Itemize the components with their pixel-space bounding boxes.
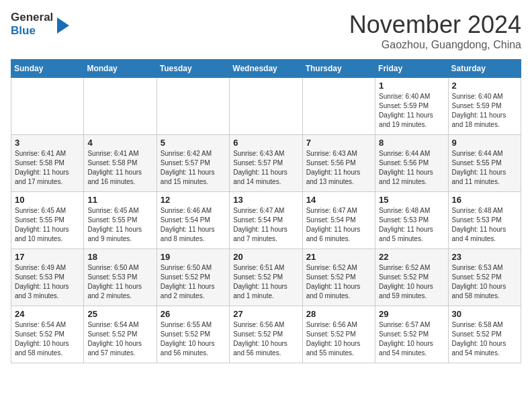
calendar-cell: 23Sunrise: 6:53 AM Sunset: 5:52 PM Dayli…: [448, 249, 521, 306]
day-info: Sunrise: 6:52 AM Sunset: 5:52 PM Dayligh…: [379, 263, 444, 301]
day-number: 18: [87, 252, 152, 262]
calendar-cell: [157, 78, 229, 135]
day-number: 5: [161, 138, 226, 148]
day-number: 7: [306, 138, 371, 148]
day-number: 29: [379, 309, 444, 319]
calendar-cell: 14Sunrise: 6:47 AM Sunset: 5:54 PM Dayli…: [302, 192, 375, 249]
calendar-cell: 19Sunrise: 6:50 AM Sunset: 5:52 PM Dayli…: [157, 249, 229, 306]
calendar-cell: 15Sunrise: 6:48 AM Sunset: 5:53 PM Dayli…: [375, 192, 448, 249]
calendar-cell: 4Sunrise: 6:41 AM Sunset: 5:58 PM Daylig…: [84, 135, 157, 192]
day-info: Sunrise: 6:41 AM Sunset: 5:58 PM Dayligh…: [87, 149, 152, 187]
calendar-cell: 17Sunrise: 6:49 AM Sunset: 5:53 PM Dayli…: [11, 249, 84, 306]
calendar-cell: [230, 78, 302, 135]
day-info: Sunrise: 6:44 AM Sunset: 5:55 PM Dayligh…: [452, 149, 517, 187]
day-info: Sunrise: 6:49 AM Sunset: 5:53 PM Dayligh…: [15, 263, 80, 301]
calendar-cell: 24Sunrise: 6:54 AM Sunset: 5:52 PM Dayli…: [11, 306, 84, 363]
calendar-body: 1Sunrise: 6:40 AM Sunset: 5:59 PM Daylig…: [11, 78, 521, 363]
month-title: November 2024: [349, 11, 521, 39]
day-number: 14: [306, 195, 371, 205]
calendar-cell: 25Sunrise: 6:54 AM Sunset: 5:52 PM Dayli…: [84, 306, 157, 363]
day-number: 8: [379, 138, 444, 148]
day-info: Sunrise: 6:57 AM Sunset: 5:52 PM Dayligh…: [379, 320, 444, 358]
day-info: Sunrise: 6:50 AM Sunset: 5:53 PM Dayligh…: [87, 263, 152, 301]
day-info: Sunrise: 6:42 AM Sunset: 5:57 PM Dayligh…: [161, 149, 226, 187]
weekday-header-sunday: Sunday: [11, 60, 84, 78]
weekday-header-tuesday: Tuesday: [157, 60, 229, 78]
day-number: 2: [452, 81, 517, 91]
calendar-cell: 2Sunrise: 6:40 AM Sunset: 5:59 PM Daylig…: [448, 78, 521, 135]
calendar-cell: 3Sunrise: 6:41 AM Sunset: 5:58 PM Daylig…: [11, 135, 84, 192]
weekday-header-wednesday: Wednesday: [230, 60, 302, 78]
calendar-cell: 16Sunrise: 6:48 AM Sunset: 5:53 PM Dayli…: [448, 192, 521, 249]
logo-blue: Blue: [11, 24, 53, 38]
day-info: Sunrise: 6:52 AM Sunset: 5:52 PM Dayligh…: [306, 263, 371, 301]
calendar-cell: 1Sunrise: 6:40 AM Sunset: 5:59 PM Daylig…: [375, 78, 448, 135]
calendar-cell: 27Sunrise: 6:56 AM Sunset: 5:52 PM Dayli…: [230, 306, 302, 363]
day-number: 4: [87, 138, 152, 148]
calendar-cell: 28Sunrise: 6:56 AM Sunset: 5:52 PM Dayli…: [302, 306, 375, 363]
calendar-cell: 12Sunrise: 6:46 AM Sunset: 5:54 PM Dayli…: [157, 192, 229, 249]
day-number: 13: [233, 195, 298, 205]
day-info: Sunrise: 6:46 AM Sunset: 5:54 PM Dayligh…: [161, 206, 226, 244]
day-number: 25: [87, 309, 152, 319]
weekday-header-saturday: Saturday: [448, 60, 521, 78]
day-number: 27: [233, 309, 298, 319]
day-info: Sunrise: 6:56 AM Sunset: 5:52 PM Dayligh…: [306, 320, 371, 358]
calendar-cell: 5Sunrise: 6:42 AM Sunset: 5:57 PM Daylig…: [157, 135, 229, 192]
day-info: Sunrise: 6:41 AM Sunset: 5:58 PM Dayligh…: [15, 149, 80, 187]
weekday-header-monday: Monday: [84, 60, 157, 78]
calendar-cell: 10Sunrise: 6:45 AM Sunset: 5:55 PM Dayli…: [11, 192, 84, 249]
title-area: November 2024 Gaozhou, Guangdong, China: [349, 11, 521, 51]
day-number: 9: [452, 138, 517, 148]
day-number: 6: [233, 138, 298, 148]
day-number: 1: [379, 81, 444, 91]
day-info: Sunrise: 6:43 AM Sunset: 5:56 PM Dayligh…: [306, 149, 371, 187]
day-number: 23: [452, 252, 517, 262]
day-info: Sunrise: 6:53 AM Sunset: 5:52 PM Dayligh…: [452, 263, 517, 301]
day-number: 19: [161, 252, 226, 262]
day-number: 3: [15, 138, 80, 148]
calendar-cell: 18Sunrise: 6:50 AM Sunset: 5:53 PM Dayli…: [84, 249, 157, 306]
day-info: Sunrise: 6:47 AM Sunset: 5:54 PM Dayligh…: [233, 206, 298, 244]
logo-general: General: [11, 11, 53, 24]
day-number: 17: [15, 252, 80, 262]
logo: General Blue: [11, 11, 69, 38]
calendar-cell: 29Sunrise: 6:57 AM Sunset: 5:52 PM Dayli…: [375, 306, 448, 363]
calendar-cell: 20Sunrise: 6:51 AM Sunset: 5:52 PM Dayli…: [230, 249, 302, 306]
day-info: Sunrise: 6:48 AM Sunset: 5:53 PM Dayligh…: [379, 206, 444, 244]
calendar-cell: [302, 78, 375, 135]
calendar-cell: 9Sunrise: 6:44 AM Sunset: 5:55 PM Daylig…: [448, 135, 521, 192]
day-number: 28: [306, 309, 371, 319]
day-number: 24: [15, 309, 80, 319]
calendar-cell: 26Sunrise: 6:55 AM Sunset: 5:52 PM Dayli…: [157, 306, 229, 363]
day-info: Sunrise: 6:40 AM Sunset: 5:59 PM Dayligh…: [452, 92, 517, 130]
day-info: Sunrise: 6:54 AM Sunset: 5:52 PM Dayligh…: [15, 320, 80, 358]
day-info: Sunrise: 6:45 AM Sunset: 5:55 PM Dayligh…: [87, 206, 152, 244]
day-info: Sunrise: 6:48 AM Sunset: 5:53 PM Dayligh…: [452, 206, 517, 244]
day-number: 10: [15, 195, 80, 205]
day-number: 15: [379, 195, 444, 205]
day-info: Sunrise: 6:47 AM Sunset: 5:54 PM Dayligh…: [306, 206, 371, 244]
calendar-header-row: SundayMondayTuesdayWednesdayThursdayFrid…: [11, 60, 521, 78]
calendar-week-5: 24Sunrise: 6:54 AM Sunset: 5:52 PM Dayli…: [11, 306, 521, 363]
day-info: Sunrise: 6:54 AM Sunset: 5:52 PM Dayligh…: [87, 320, 152, 358]
calendar-cell: 6Sunrise: 6:43 AM Sunset: 5:57 PM Daylig…: [230, 135, 302, 192]
calendar-cell: 13Sunrise: 6:47 AM Sunset: 5:54 PM Dayli…: [230, 192, 302, 249]
day-info: Sunrise: 6:40 AM Sunset: 5:59 PM Dayligh…: [379, 92, 444, 130]
calendar-week-1: 1Sunrise: 6:40 AM Sunset: 5:59 PM Daylig…: [11, 78, 521, 135]
calendar-cell: 30Sunrise: 6:58 AM Sunset: 5:52 PM Dayli…: [448, 306, 521, 363]
day-info: Sunrise: 6:50 AM Sunset: 5:52 PM Dayligh…: [161, 263, 226, 301]
calendar-cell: 7Sunrise: 6:43 AM Sunset: 5:56 PM Daylig…: [302, 135, 375, 192]
day-info: Sunrise: 6:44 AM Sunset: 5:56 PM Dayligh…: [379, 149, 444, 187]
calendar-table: SundayMondayTuesdayWednesdayThursdayFrid…: [11, 59, 521, 363]
day-info: Sunrise: 6:56 AM Sunset: 5:52 PM Dayligh…: [233, 320, 298, 358]
day-info: Sunrise: 6:58 AM Sunset: 5:52 PM Dayligh…: [452, 320, 517, 358]
calendar-week-2: 3Sunrise: 6:41 AM Sunset: 5:58 PM Daylig…: [11, 135, 521, 192]
calendar-cell: 22Sunrise: 6:52 AM Sunset: 5:52 PM Dayli…: [375, 249, 448, 306]
day-number: 20: [233, 252, 298, 262]
location-subtitle: Gaozhou, Guangdong, China: [349, 39, 521, 51]
calendar-cell: 21Sunrise: 6:52 AM Sunset: 5:52 PM Dayli…: [302, 249, 375, 306]
day-info: Sunrise: 6:55 AM Sunset: 5:52 PM Dayligh…: [161, 320, 226, 358]
day-number: 12: [161, 195, 226, 205]
day-info: Sunrise: 6:45 AM Sunset: 5:55 PM Dayligh…: [15, 206, 80, 244]
